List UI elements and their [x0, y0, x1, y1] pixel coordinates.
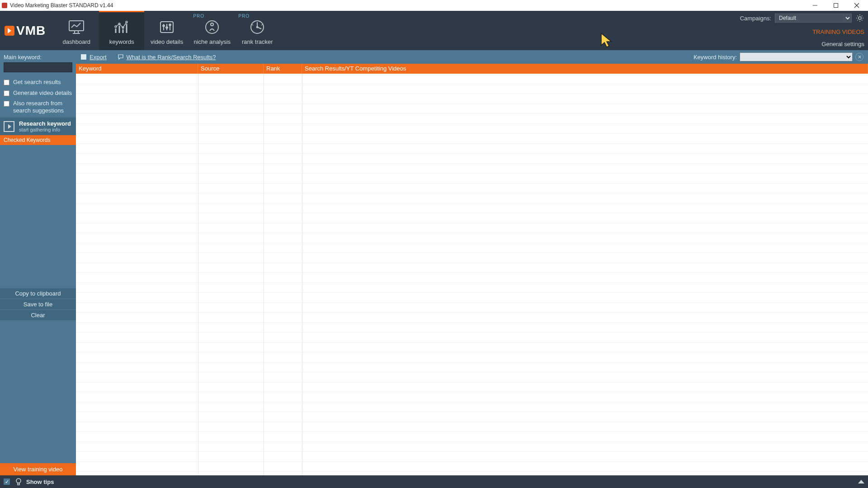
clear-history-icon[interactable]: ✕	[855, 53, 863, 61]
training-videos-link[interactable]: TRAINING VIDEOS	[812, 28, 864, 35]
clear-button[interactable]: Clear	[0, 310, 76, 320]
svg-point-31	[859, 17, 861, 19]
checkbox-label: Also research from search suggestions	[13, 100, 72, 114]
column-rank[interactable]: Rank	[264, 64, 302, 74]
tab-video-details[interactable]: video details	[144, 11, 189, 50]
svg-line-39	[858, 20, 859, 21]
save-to-file-button[interactable]: Save to file	[0, 299, 76, 310]
sidebar: Main keyword: Get search results Generat…	[0, 50, 76, 475]
tips-checkbox[interactable]	[4, 479, 10, 485]
lightbulb-icon	[14, 478, 23, 486]
research-subtitle: start gathering info	[19, 127, 71, 132]
main-keyword-label: Main keyword:	[0, 50, 76, 62]
svg-point-20	[163, 25, 165, 27]
checkbox-input[interactable]	[4, 90, 9, 96]
close-button[interactable]	[846, 0, 867, 10]
app-icon	[2, 3, 7, 8]
checkbox-input[interactable]	[4, 101, 9, 107]
svg-point-42	[16, 479, 21, 483]
window-title: Video Marketing Blaster STANDARD v1.44	[10, 2, 113, 9]
settings-gear-icon[interactable]	[855, 14, 864, 23]
whatis-link[interactable]: What is the Rank/Search Results?	[118, 54, 216, 61]
view-training-video-button[interactable]: View training video	[0, 463, 76, 475]
campaigns-label: Campaigns:	[740, 15, 771, 22]
svg-point-22	[169, 24, 171, 26]
general-settings-link[interactable]: General settings	[821, 41, 864, 47]
checked-keywords-header: Checked Keywords	[0, 135, 76, 145]
checkbox-input[interactable]	[4, 80, 9, 85]
column-keyword[interactable]: Keyword	[76, 64, 198, 74]
pro-badge: PRO	[193, 14, 204, 19]
svg-rect-40	[81, 55, 86, 60]
tab-label: video details	[151, 38, 183, 45]
svg-point-24	[211, 23, 213, 26]
navbar: VMB dashboard keywords video details PRO	[0, 11, 868, 50]
tab-label: dashboard	[63, 38, 90, 45]
export-icon	[80, 54, 87, 60]
table-header: Keyword Source Rank Search Results/YT Co…	[76, 64, 868, 74]
titlebar: Video Marketing Blaster STANDARD v1.44	[0, 0, 868, 11]
svg-rect-43	[18, 483, 19, 485]
checkbox-generate-video-details[interactable]: Generate video details	[0, 88, 76, 99]
minimize-button[interactable]	[805, 0, 826, 10]
svg-line-37	[862, 20, 863, 21]
research-keyword-button[interactable]: Research keyword start gathering info	[0, 117, 76, 135]
expand-tips-icon[interactable]	[858, 480, 864, 483]
column-source[interactable]: Source	[198, 64, 264, 74]
svg-rect-1	[834, 4, 838, 8]
tab-label: keywords	[109, 38, 134, 45]
svg-line-36	[858, 16, 859, 17]
svg-line-30	[261, 24, 263, 25]
tab-label: niche analysis	[193, 38, 231, 45]
checked-keywords-list	[0, 145, 76, 288]
dashboard-icon	[67, 18, 86, 37]
table-body	[76, 74, 868, 475]
svg-line-38	[862, 16, 863, 17]
tab-dashboard[interactable]: dashboard	[54, 11, 99, 50]
keywords-icon	[112, 18, 131, 37]
whatis-label: What is the Rank/Search Results?	[127, 54, 216, 61]
logo-text: VMB	[16, 23, 46, 38]
checkbox-label: Get search results	[13, 79, 61, 86]
niche-analysis-icon	[203, 18, 222, 37]
show-tips-label: Show tips	[26, 479, 54, 485]
tab-keywords[interactable]: keywords	[99, 11, 144, 50]
video-details-icon	[157, 18, 176, 37]
tab-label: rank tracker	[242, 38, 273, 45]
tab-niche-analysis[interactable]: PRO niche analysis	[189, 11, 235, 50]
copy-to-clipboard-button[interactable]: Copy to clipboard	[0, 288, 76, 299]
keyword-history-label: Keyword history:	[693, 54, 737, 61]
svg-rect-41	[81, 54, 86, 56]
statusbar: Show tips	[0, 475, 868, 488]
checkbox-get-search-results[interactable]: Get search results	[0, 77, 76, 88]
checkbox-also-research[interactable]: Also research from search suggestions	[0, 98, 76, 116]
main-keyword-input[interactable]	[4, 62, 72, 72]
export-label: Export	[90, 54, 107, 61]
keyword-history-select[interactable]	[740, 52, 853, 61]
rank-tracker-icon	[248, 18, 267, 37]
svg-line-29	[252, 24, 253, 25]
campaigns-select[interactable]: Default	[775, 14, 852, 23]
logo: VMB	[0, 11, 54, 50]
column-results[interactable]: Search Results/YT Competiting Videos	[302, 64, 868, 74]
svg-rect-4	[69, 21, 84, 31]
logo-play-icon	[5, 26, 14, 36]
maximize-button[interactable]	[826, 0, 846, 10]
play-icon	[4, 121, 14, 132]
pro-badge: PRO	[238, 14, 250, 19]
checkbox-label: Generate video details	[13, 89, 72, 97]
research-title: Research keyword	[19, 120, 71, 127]
content-toolbar: Export What is the Rank/Search Results? …	[76, 50, 868, 64]
speech-icon	[118, 54, 124, 60]
tab-rank-tracker[interactable]: PRO rank tracker	[235, 11, 280, 50]
content-area: Export What is the Rank/Search Results? …	[76, 50, 868, 475]
export-button[interactable]: Export	[80, 54, 107, 61]
svg-point-21	[166, 27, 168, 29]
